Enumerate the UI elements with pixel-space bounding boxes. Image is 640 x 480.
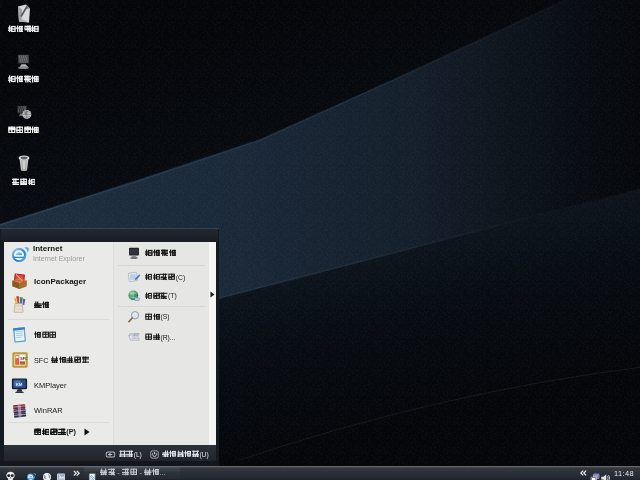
svg-text:SFC: SFC bbox=[20, 357, 28, 361]
svg-text:KM: KM bbox=[16, 382, 23, 387]
